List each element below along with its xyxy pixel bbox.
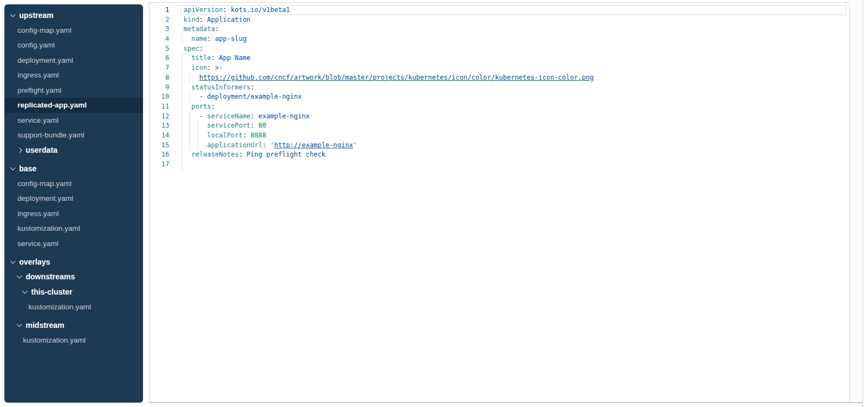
indent-guide	[182, 112, 182, 122]
sidebar-item-preflight.yaml[interactable]: preflight.yaml	[4, 83, 143, 98]
sidebar-folder-this-cluster[interactable]: this-cluster	[4, 284, 143, 300]
code-editor[interactable]: 1apiVersion: kots.io/v1beta12kind: Appli…	[149, 2, 850, 403]
code-token	[183, 64, 191, 71]
sidebar-item-kustomization.yaml[interactable]: kustomization.yaml	[4, 300, 143, 315]
code-token	[183, 93, 199, 100]
code-text: servicePort: 80	[183, 121, 849, 131]
code-token: localPort	[207, 131, 242, 139]
sidebar-item-ingress.yaml[interactable]: ingress.yaml	[4, 68, 143, 83]
code-text: applicationUrl: 'http://example-nginx'	[183, 141, 849, 151]
sidebar-item-service.yaml[interactable]: service.yaml	[4, 113, 143, 128]
code-line[interactable]: 14 localPort: 8888	[150, 131, 849, 141]
sidebar-item-deployment.yaml[interactable]: deployment.yaml	[4, 53, 143, 68]
line-number: 7	[150, 63, 169, 73]
code-token: metadata	[183, 25, 215, 33]
code-line[interactable]: 9 statusInformers:	[150, 83, 849, 93]
chevron-down-icon	[10, 258, 16, 264]
folder-label: base	[19, 164, 37, 173]
sidebar-item-config.yaml[interactable]: config.yaml	[4, 38, 143, 53]
line-number: 15	[150, 141, 169, 151]
code-line[interactable]: 6 title: App Name	[150, 53, 849, 63]
folder-label: midstream	[26, 321, 64, 330]
code-line[interactable]: 1apiVersion: kots.io/v1beta1	[150, 5, 849, 15]
code-token: applicationUrl	[207, 141, 262, 149]
indent-guide	[182, 160, 182, 170]
code-token: releaseNotes	[191, 151, 239, 158]
code-token: kots.io/v1beta1	[231, 6, 290, 14]
code-line[interactable]: 3metadata:	[150, 25, 849, 34]
code-line[interactable]: 17	[150, 160, 849, 170]
code-text: statusInformers:	[183, 83, 849, 93]
code-token	[183, 141, 207, 149]
indent-guide	[182, 92, 182, 102]
code-token: :	[215, 25, 219, 33]
code-line[interactable]: 5spec:	[150, 44, 849, 54]
code-token: :	[211, 54, 219, 62]
code-token: example-nginx	[258, 112, 310, 120]
code-text	[183, 160, 849, 170]
sidebar-folder-userdata[interactable]: userdata	[4, 143, 143, 158]
code-token: serviceName	[207, 112, 250, 120]
line-number: 11	[150, 102, 169, 112]
code-token	[183, 131, 207, 139]
line-number: 10	[150, 92, 169, 102]
code-token: :	[263, 141, 270, 149]
line-number: 17	[150, 160, 169, 170]
chevron-down-icon	[17, 321, 22, 327]
file-label: service.yaml	[17, 116, 58, 124]
file-label: support-bundle.yaml	[17, 131, 84, 139]
file-label: deployment.yaml	[17, 56, 73, 64]
indent-guide	[182, 63, 182, 73]
sidebar-item-replicated-app.yaml[interactable]: replicated-app.yaml	[4, 98, 143, 113]
chevron-down-icon	[10, 165, 16, 170]
url-link[interactable]: http://example-nginx	[274, 141, 353, 149]
code-token	[183, 122, 207, 129]
code-text: metadata:	[183, 25, 849, 34]
code-line[interactable]: 4 name: app-slug	[150, 34, 849, 44]
code-line[interactable]: 15 applicationUrl: 'http://example-nginx…	[150, 141, 849, 151]
file-label: ingress.yaml	[17, 71, 59, 79]
code-text: spec:	[183, 44, 849, 54]
file-label: ingress.yaml	[17, 210, 59, 218]
code-line[interactable]: 11 ports:	[150, 102, 849, 112]
file-label: replicated-app.yaml	[17, 101, 87, 109]
indent-guide	[182, 131, 182, 141]
chevron-down-icon	[17, 273, 22, 279]
indent-guide	[182, 73, 182, 83]
indent-guide	[182, 102, 182, 112]
sidebar-item-support-bundle.yaml[interactable]: support-bundle.yaml	[4, 128, 143, 143]
line-number: 12	[150, 112, 169, 122]
file-browser-page: upstreamconfig-map.yamlconfig.yamldeploy…	[0, 0, 868, 407]
code-line[interactable]: 12 - serviceName: example-nginx	[150, 112, 849, 122]
sidebar-item-service.yaml[interactable]: service.yaml	[4, 236, 143, 252]
sidebar-folder-downstreams[interactable]: downstreams	[4, 270, 143, 285]
sidebar-folder-midstream[interactable]: midstream	[4, 318, 143, 333]
code-line[interactable]: 8 https://github.com/cncf/artwork/blob/m…	[150, 73, 849, 83]
code-token: -	[199, 112, 207, 120]
sidebar-item-kustomization.yaml[interactable]: kustomization.yaml	[4, 221, 143, 236]
page-scroll-divider[interactable]	[863, 0, 863, 407]
sidebar-folder-upstream[interactable]: upstream	[4, 8, 143, 23]
code-token: servicePort	[207, 122, 250, 129]
code-line[interactable]: 16 releaseNotes: Ping preflight check	[150, 150, 849, 160]
editor-bottom-divider	[149, 402, 863, 403]
chevron-down-icon	[22, 288, 28, 294]
sidebar-item-ingress.yaml[interactable]: ingress.yaml	[4, 206, 143, 222]
sidebar-folder-base[interactable]: base	[4, 161, 143, 176]
sidebar-item-config-map.yaml[interactable]: config-map.yaml	[4, 23, 143, 38]
code-text: localPort: 8888	[183, 131, 849, 141]
line-number: 6	[150, 53, 169, 63]
code-line[interactable]: 13 servicePort: 80	[150, 121, 849, 131]
folder-label: overlays	[19, 258, 50, 266]
line-number: 2	[150, 15, 169, 25]
code-token: kind	[183, 16, 199, 23]
code-line[interactable]: 2kind: Application	[150, 15, 849, 25]
sidebar-item-deployment.yaml[interactable]: deployment.yaml	[4, 191, 143, 206]
sidebar-item-kustomization.yaml[interactable]: kustomization.yaml	[4, 333, 143, 348]
code-line[interactable]: 7 icon: >-	[150, 63, 849, 73]
code-line[interactable]: 10 - deployment/example-nginx	[150, 92, 849, 102]
sidebar-item-config-map.yaml[interactable]: config-map.yaml	[4, 176, 143, 191]
code-token	[183, 35, 191, 43]
sidebar-folder-overlays[interactable]: overlays	[4, 254, 143, 270]
url-link[interactable]: https://github.com/cncf/artwork/blob/mas…	[199, 74, 593, 81]
